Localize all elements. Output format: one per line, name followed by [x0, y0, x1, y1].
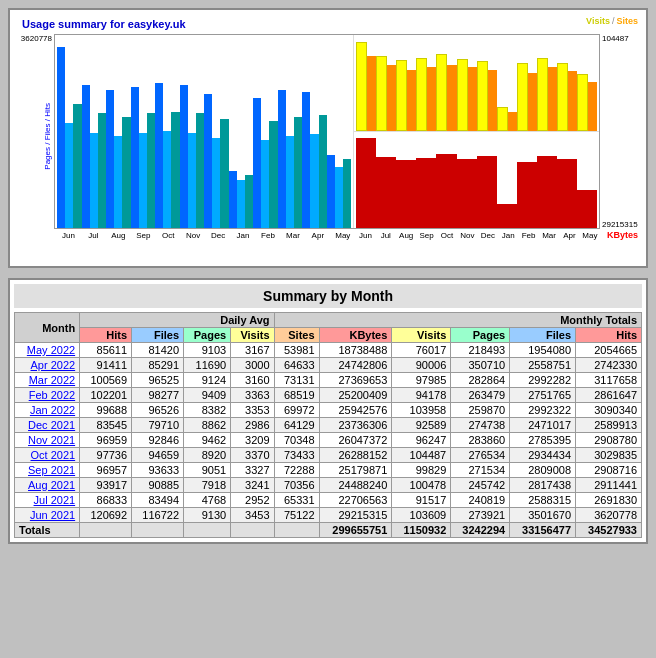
mfiles-cell: 2809008: [510, 463, 576, 478]
pages-cell: 9462: [184, 433, 231, 448]
files-cell: 96525: [132, 373, 184, 388]
col-month-header: Month: [15, 313, 80, 343]
kbytes-cell: 22706563: [319, 493, 392, 508]
y-right-bottom: 29215315: [602, 220, 642, 229]
hits-cell: 85611: [80, 343, 132, 358]
files-cell: 94659: [132, 448, 184, 463]
bars-left: [55, 35, 354, 228]
chart-title: Usage summary for easykey.uk: [18, 16, 190, 32]
sites-cell: 72288: [274, 463, 319, 478]
totals-mvisits: 1150932: [392, 523, 451, 538]
table-row: Feb 202210220198277940933636851925200409…: [15, 388, 642, 403]
visits-cell: 3370: [231, 448, 274, 463]
table-row: Jul 202186833834944768295265331227065639…: [15, 493, 642, 508]
visits-cell: 3353: [231, 403, 274, 418]
mpages-cell: 263479: [451, 388, 510, 403]
files-cell: 92846: [132, 433, 184, 448]
files-cell: 81420: [132, 343, 184, 358]
files-col-header: Files: [132, 328, 184, 343]
month-link[interactable]: Sep 2021: [28, 464, 75, 476]
kbytes-cell: 18738488: [319, 343, 392, 358]
monthly-totals-header: Monthly Totals: [274, 313, 641, 328]
pages-cell: 7918: [184, 478, 231, 493]
mpages-cell: 282864: [451, 373, 510, 388]
mhits-cell: 3620778: [576, 508, 642, 523]
mvisits-cell: 104487: [392, 448, 451, 463]
pages-cell: 9051: [184, 463, 231, 478]
mhits-cell: 3090340: [576, 403, 642, 418]
table-row: Dec 202183545797108862298664129237363069…: [15, 418, 642, 433]
mpages-cell: 350710: [451, 358, 510, 373]
sites-cell: 65331: [274, 493, 319, 508]
month-link[interactable]: Jan 2022: [30, 404, 75, 416]
hits-cell: 91411: [80, 358, 132, 373]
hits-cell: 96959: [80, 433, 132, 448]
files-cell: 85291: [132, 358, 184, 373]
totals-kbytes: 299655751: [319, 523, 392, 538]
mpages-cell: 218493: [451, 343, 510, 358]
month-link[interactable]: Nov 2021: [28, 434, 75, 446]
kbytes-cell: 26047372: [319, 433, 392, 448]
pages-col-header: Pages: [184, 328, 231, 343]
kbytes-col-header: KBytes: [319, 328, 392, 343]
files-cell: 83494: [132, 493, 184, 508]
mvisits-col-header: Visits: [392, 328, 451, 343]
visits-cell: 3363: [231, 388, 274, 403]
totals-mfiles: 33156477: [510, 523, 576, 538]
pages-cell: 4768: [184, 493, 231, 508]
mfiles-cell: 2785395: [510, 433, 576, 448]
sites-cell: 64129: [274, 418, 319, 433]
month-link[interactable]: Mar 2022: [29, 374, 75, 386]
visits-cell: 3167: [231, 343, 274, 358]
kbytes-cell: 25942576: [319, 403, 392, 418]
month-link[interactable]: Feb 2022: [29, 389, 75, 401]
mhits-cell: 2908780: [576, 433, 642, 448]
mpages-cell: 259870: [451, 403, 510, 418]
sites-cell: 68519: [274, 388, 319, 403]
month-link[interactable]: Apr 2022: [30, 359, 75, 371]
month-link[interactable]: May 2022: [27, 344, 75, 356]
month-link[interactable]: Aug 2021: [28, 479, 75, 491]
month-link[interactable]: Jun 2021: [30, 509, 75, 521]
mvisits-cell: 100478: [392, 478, 451, 493]
pages-cell: 11690: [184, 358, 231, 373]
pages-cell: 9103: [184, 343, 231, 358]
mhits-cell: 2908716: [576, 463, 642, 478]
pages-cell: 8920: [184, 448, 231, 463]
totals-mpages: 3242294: [451, 523, 510, 538]
files-cell: 79710: [132, 418, 184, 433]
mhits-cell: 3117658: [576, 373, 642, 388]
mfiles-cell: 2471017: [510, 418, 576, 433]
mvisits-cell: 103958: [392, 403, 451, 418]
y-right-top: 104487: [602, 34, 642, 43]
mvisits-cell: 94178: [392, 388, 451, 403]
mvisits-cell: 76017: [392, 343, 451, 358]
visits-cell: 3327: [231, 463, 274, 478]
month-link[interactable]: Jul 2021: [34, 494, 76, 506]
sites-cell: 70356: [274, 478, 319, 493]
kbytes-cell: 26288152: [319, 448, 392, 463]
month-link[interactable]: Oct 2021: [31, 449, 76, 461]
hits-cell: 97736: [80, 448, 132, 463]
mfiles-cell: 2558751: [510, 358, 576, 373]
visits-cell: 2986: [231, 418, 274, 433]
mhits-cell: 2589913: [576, 418, 642, 433]
mpages-cell: 273921: [451, 508, 510, 523]
kbytes-cell: 24488240: [319, 478, 392, 493]
sites-cell: 75122: [274, 508, 319, 523]
hits-cell: 100569: [80, 373, 132, 388]
totals-mhits: 34527933: [576, 523, 642, 538]
mhits-cell: 2691830: [576, 493, 642, 508]
pages-cell: 9124: [184, 373, 231, 388]
totals-label: Totals: [15, 523, 80, 538]
month-link[interactable]: Dec 2021: [28, 419, 75, 431]
hits-col-header: Hits: [80, 328, 132, 343]
visits-cell: 3000: [231, 358, 274, 373]
chart-section: Usage summary for easykey.uk Visits / Si…: [8, 8, 648, 268]
sites-col-header: Sites: [274, 328, 319, 343]
table-row: Nov 202196959928469462320970348260473729…: [15, 433, 642, 448]
mhits-cell: 2911441: [576, 478, 642, 493]
kbytes-cell: 23736306: [319, 418, 392, 433]
hits-cell: 102201: [80, 388, 132, 403]
hits-cell: 93917: [80, 478, 132, 493]
